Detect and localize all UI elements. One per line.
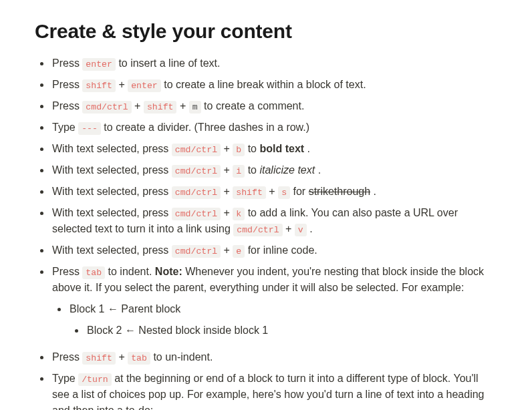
text: + [224,207,233,218]
text: + [224,186,233,197]
text: . [307,143,310,154]
text: to indent. [108,266,155,277]
text: to insert a line of text. [118,57,220,69]
italic-text-label: italicize text [259,164,315,176]
key-e: e [233,245,245,258]
list-item: With text selected, press cmd/ctrl + e f… [51,240,497,261]
text: With text selected, press [52,164,172,176]
text: to create a line break within a block of… [164,79,366,90]
text: + [118,79,128,90]
text: Press [52,100,82,112]
key-i: i [233,165,245,178]
text: + [224,143,233,154]
key-cmdctrl: cmd/ctrl [172,208,221,220]
text: + [269,186,278,197]
key-shift: shift [144,101,177,114]
key-cmdctrl: cmd/ctrl [172,186,221,199]
list-item: Press enter to insert a line of text. [51,53,497,74]
key-m: m [189,101,201,114]
strike-text-label: strikethrough [309,186,371,197]
text: With text selected, press [52,207,172,218]
key-dashes: --- [78,122,101,135]
key-shift: shift [82,79,116,92]
key-shift: shift [233,186,266,199]
text: to create a comment. [204,100,304,112]
text: + [118,351,128,363]
bold-text-label: bold text [259,143,304,154]
text: + [224,244,233,256]
text: With text selected, press [52,244,172,256]
key-v: v [295,224,307,236]
key-k: k [233,208,245,220]
text: Press [52,266,82,277]
text: to un-indent. [153,351,213,363]
text: + [180,100,189,112]
text: + [285,223,295,234]
list-item: With text selected, press cmd/ctrl + shi… [51,181,497,202]
list-item: Type --- to create a divider. (Three das… [51,117,497,138]
text: . [374,186,376,197]
text: for inline code. [248,244,317,256]
text: Block 2 ← Nested block inside block 1 [87,325,268,336]
list-item: Press shift + enter to create a line bre… [51,74,497,95]
list-item: With text selected, press cmd/ctrl + k t… [51,202,497,240]
text: With text selected, press [52,143,172,154]
key-enter: enter [128,79,161,92]
key-turn: /turn [78,373,112,386]
key-cmdctrl: cmd/ctrl [172,245,221,258]
list-item: Block 2 ← Nested block inside block 1 [86,320,497,341]
text: to [248,143,260,154]
page-title: Create & style your content [35,16,497,46]
text: for [293,186,309,197]
nested-list-level-2: Block 2 ← Nested block inside block 1 [70,320,497,341]
instruction-list: Press enter to insert a line of text. Pr… [35,53,497,410]
list-item: With text selected, press cmd/ctrl + i t… [51,160,497,181]
text: Type [52,122,78,133]
key-cmdctrl: cmd/ctrl [172,165,221,178]
list-item: Block 1 ← Parent block Block 2 ← Nested … [68,298,497,344]
text: Press [52,57,82,69]
key-cmdctrl: cmd/ctrl [233,224,282,236]
key-tab: tab [82,266,105,279]
text: Type [52,373,78,384]
key-cmdctrl: cmd/ctrl [172,144,221,156]
key-s: s [278,186,290,199]
text: + [134,100,144,112]
key-shift: shift [82,352,116,365]
text: + [224,164,233,176]
key-b: b [233,144,245,156]
list-item: Press tab to indent. Note: Whenever you … [51,261,497,347]
list-item: With text selected, press cmd/ctrl + b t… [51,138,497,160]
text: . [318,164,321,176]
key-tab: tab [128,352,150,365]
list-item: Press shift + tab to un-indent. [51,347,497,368]
page-content: Create & style your content Press enter … [0,0,532,410]
text: . [309,223,312,234]
text: Press [52,351,82,363]
nested-list-level-1: Block 1 ← Parent block Block 2 ← Nested … [52,298,497,344]
text: With text selected, press [52,186,172,197]
text: Press [52,79,82,90]
note-label: Note: [155,266,182,277]
text: Block 1 ← Parent block [70,303,180,315]
text: to create a divider. (Three dashes in a … [104,122,309,133]
key-enter: enter [82,58,116,71]
key-cmdctrl: cmd/ctrl [82,101,131,114]
list-item: Type /turn at the beginning or end of a … [51,368,497,410]
text: at the beginning or end of a block to tu… [52,373,485,410]
list-item: Press cmd/ctrl + shift + m to create a c… [51,95,497,117]
text: to [248,164,260,176]
